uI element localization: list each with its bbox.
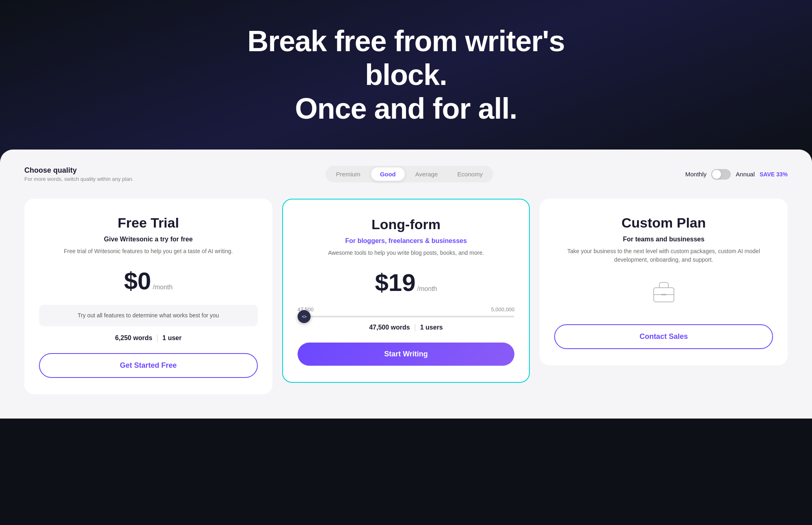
pricing-section: Choose quality For more words, switch qu… (0, 150, 812, 419)
contact-sales-button[interactable]: Contact Sales (554, 324, 773, 349)
start-writing-button[interactable]: Start Writing (298, 343, 515, 366)
plan-tagline-custom: For teams and businesses (554, 236, 773, 243)
billing-monthly-label: Monthly (685, 171, 707, 178)
users-count-free: 1 user (162, 334, 181, 342)
hero-title: Break free from writer's block. Once and… (223, 24, 589, 125)
price-period-free: /month (153, 284, 173, 291)
get-started-free-button[interactable]: Get Started Free (39, 353, 258, 378)
save-badge: SAVE 33% (760, 171, 788, 178)
words-count-longform: 47,500 words (369, 324, 410, 331)
hero-title-line2: Once and for all. (295, 92, 517, 125)
price-amount-free: $0 (124, 267, 151, 295)
plan-card-free: Free Trial Give Writesonic a try for fre… (24, 199, 272, 394)
words-box-free: Try out all features to determine what w… (39, 305, 258, 326)
slider-track: <> (298, 316, 515, 317)
plans-grid: Free Trial Give Writesonic a try for fre… (24, 199, 788, 394)
slider-labels: 47,500 5,000,000 (298, 306, 515, 312)
billing-toggle: Monthly Annual SAVE 33% (685, 169, 788, 180)
words-divider-longform (415, 324, 415, 331)
plan-desc-longform: Awesome tools to help you write blog pos… (298, 249, 515, 257)
plan-card-custom: Custom Plan For teams and businesses Tak… (540, 199, 788, 365)
billing-annual-label: Annual (736, 171, 755, 178)
hero-title-line1: Break free from writer's block. (247, 25, 564, 91)
price-amount-longform: $19 (375, 269, 415, 297)
plan-name-custom: Custom Plan (554, 215, 773, 231)
slider-thumb[interactable]: <> (298, 310, 311, 323)
users-count-longform: 1 users (420, 324, 443, 331)
plan-price-free: $0 /month (39, 267, 258, 295)
plan-price-longform: $19 /month (298, 269, 515, 297)
controls-bar: Choose quality For more words, switch qu… (24, 166, 788, 182)
slider-max-label: 5,000,000 (491, 306, 514, 312)
briefcase-svg (650, 278, 678, 306)
tab-premium[interactable]: Premium (327, 167, 369, 181)
plan-name-free: Free Trial (39, 215, 258, 231)
tab-economy[interactable]: Economy (448, 167, 492, 181)
words-stat-free: 6,250 words 1 user (39, 334, 258, 342)
plan-tagline-free: Give Writesonic a try for free (39, 236, 258, 243)
words-divider-free (157, 334, 158, 342)
quality-label: Choose quality For more words, switch qu… (24, 166, 134, 182)
plan-desc-custom: Take your business to the next level wit… (554, 247, 773, 264)
price-period-longform: /month (417, 285, 437, 293)
quality-label-sub: For more words, switch quality within an… (24, 176, 134, 182)
words-stat-longform: 47,500 words 1 users (298, 324, 515, 331)
tab-good[interactable]: Good (371, 167, 405, 181)
words-slider[interactable]: 47,500 5,000,000 <> (298, 306, 515, 317)
hero-section: Break free from writer's block. Once and… (0, 0, 812, 158)
plan-name-longform: Long-form (298, 217, 515, 232)
slider-thumb-icon: <> (302, 314, 306, 319)
tab-average[interactable]: Average (406, 167, 447, 181)
plan-card-longform: Long-form For bloggers, freelancers & bu… (282, 199, 530, 383)
billing-toggle-switch[interactable] (711, 169, 731, 180)
plan-tagline-longform: For bloggers, freelancers & businesses (298, 237, 515, 245)
plan-desc-free: Free trial of Writesonic features to hel… (39, 247, 258, 256)
quality-tabs: Premium Good Average Economy (326, 166, 493, 182)
briefcase-icon (648, 276, 680, 308)
quality-label-title: Choose quality (24, 166, 134, 175)
words-count-free: 6,250 words (115, 334, 152, 342)
